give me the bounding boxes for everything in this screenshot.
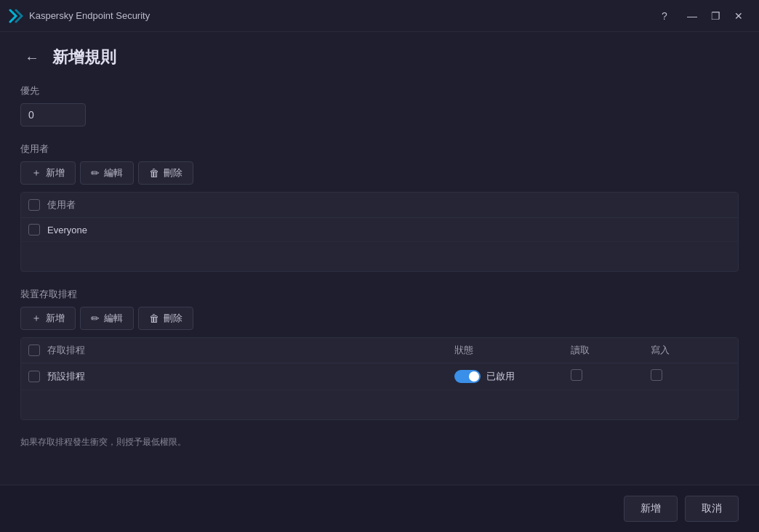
schedule-table: 存取排程 狀態 讀取 寫入 預設排程 已啟用 [20,337,739,420]
schedule-action-buttons: ＋ 新增 ✏ 編輯 🗑 刪除 [20,307,739,330]
priority-spinner[interactable]: 0 ▲ ▼ [20,103,86,126]
schedule-add-button[interactable]: ＋ 新增 [20,307,76,330]
users-header-checkbox[interactable] [28,199,40,211]
users-delete-label: 刪除 [164,166,182,180]
users-label: 使用者 [20,142,739,156]
users-edit-label: 編輯 [104,166,123,180]
pencil-icon-2: ✏ [91,313,100,324]
schedule-col-write: 寫入 [651,344,731,357]
schedule-status-cell: 已啟用 [454,370,571,383]
app-title: Kaspersky Endpoint Security [29,10,150,21]
cancel-button[interactable]: 取消 [685,496,739,522]
schedule-row-name: 預設排程 [47,370,454,383]
schedule-delete-button[interactable]: 🗑 刪除 [138,307,193,330]
users-edit-button[interactable]: ✏ 編輯 [80,161,134,185]
footer: 新增 取消 [0,485,759,532]
main-content: ← 新增規則 優先 0 ▲ ▼ 使用者 ＋ 新增 ✏ 編輯 🗑 刪 [0,32,759,485]
user-everyone-name: Everyone [47,225,731,235]
page-header: ← 新增規則 [20,47,739,68]
plus-icon-2: ＋ [31,312,41,325]
users-table-spacer [21,242,738,271]
priority-section: 優先 0 ▲ ▼ [20,84,739,126]
add-button[interactable]: 新增 [624,496,678,522]
table-row: 預設排程 已啟用 [21,363,738,390]
schedule-section: 裝置存取排程 ＋ 新增 ✏ 編輯 🗑 刪除 存取排程 狀態 讀取 寫入 [20,288,739,420]
table-row: Everyone [21,218,738,242]
plus-icon: ＋ [31,166,41,180]
schedule-read-checkbox[interactable] [571,369,582,381]
back-button[interactable]: ← [20,48,44,68]
users-action-buttons: ＋ 新增 ✏ 編輯 🗑 刪除 [20,161,739,185]
priority-label: 優先 [20,84,739,97]
users-table-header: 使用者 [21,193,738,218]
schedule-edit-label: 編輯 [104,312,123,325]
schedule-write-cell [651,369,731,384]
minimize-button[interactable]: — [680,7,704,25]
users-col-header: 使用者 [47,198,731,211]
schedule-write-checkbox[interactable] [651,369,662,381]
schedule-header-checkbox[interactable] [28,344,40,356]
page-title: 新增規則 [52,47,116,68]
users-add-button[interactable]: ＋ 新增 [20,161,76,185]
schedule-col-read: 讀取 [571,344,651,357]
schedule-col-name: 存取排程 [47,344,454,357]
schedule-row-checkbox[interactable] [28,371,40,382]
user-everyone-checkbox[interactable] [28,224,40,235]
schedule-status-label: 已啟用 [486,370,515,383]
help-button[interactable]: ? [654,7,675,25]
schedule-table-header: 存取排程 狀態 讀取 寫入 [21,338,738,363]
schedule-delete-label: 刪除 [164,312,182,325]
priority-input[interactable]: 0 [21,109,86,121]
pencil-icon: ✏ [91,167,100,179]
kaspersky-icon [9,9,23,23]
toggle-slider [454,370,481,383]
title-bar: Kaspersky Endpoint Security ? — ❐ ✕ [0,0,759,32]
trash-icon-2: 🗑 [149,313,159,324]
schedule-read-cell [571,369,651,384]
schedule-table-spacer [21,390,738,419]
users-section: 使用者 ＋ 新增 ✏ 編輯 🗑 刪除 使用者 Everyone [20,142,739,272]
schedule-toggle[interactable] [454,370,481,383]
app-logo: Kaspersky Endpoint Security [9,9,654,23]
users-add-label: 新增 [46,166,65,180]
schedule-edit-button[interactable]: ✏ 編輯 [80,307,134,330]
trash-icon: 🗑 [149,167,159,179]
users-delete-button[interactable]: 🗑 刪除 [138,161,193,185]
close-button[interactable]: ✕ [727,7,750,25]
maximize-button[interactable]: ❐ [704,7,727,25]
schedule-label: 裝置存取排程 [20,288,739,301]
schedule-add-label: 新增 [46,312,65,325]
schedule-col-status: 狀態 [454,344,571,357]
users-table: 使用者 Everyone [20,192,739,272]
conflict-note: 如果存取排程發生衝突，則授予最低權限。 [20,436,739,448]
